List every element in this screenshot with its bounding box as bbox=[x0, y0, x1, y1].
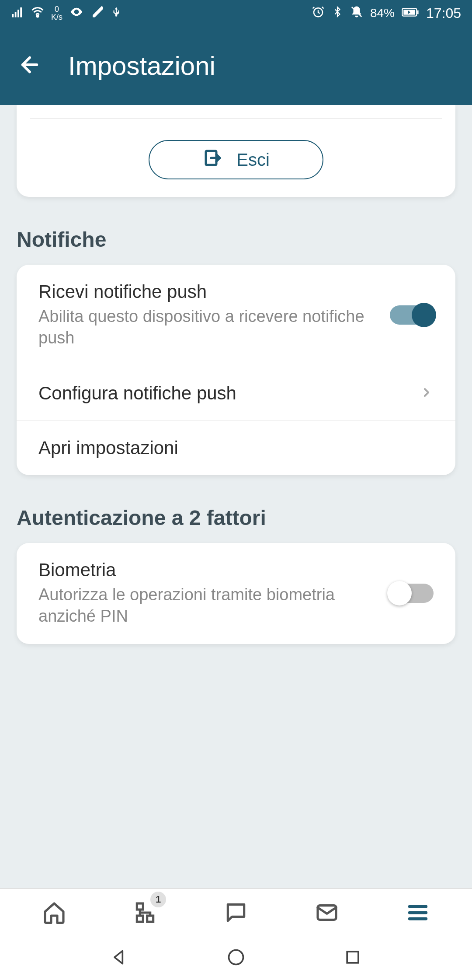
push-receive-switch[interactable] bbox=[390, 305, 434, 325]
clock-time: 17:05 bbox=[426, 5, 461, 21]
nav-mail[interactable] bbox=[309, 895, 344, 930]
bluetooth-icon bbox=[332, 6, 343, 21]
push-receive-title: Ricevi notifiche push bbox=[38, 281, 377, 302]
svg-rect-12 bbox=[137, 903, 143, 910]
eye-icon bbox=[69, 5, 83, 22]
battery-percent: 84% bbox=[370, 6, 395, 20]
sys-home[interactable] bbox=[226, 948, 246, 969]
feather-icon bbox=[90, 5, 104, 21]
nav-tree-badge: 1 bbox=[150, 892, 166, 907]
signal-icon bbox=[11, 5, 24, 21]
svg-point-19 bbox=[229, 950, 243, 965]
app-bar: Impostazioni bbox=[0, 26, 472, 105]
biometry-title: Biometria bbox=[38, 560, 377, 581]
open-settings-title: Apri impostazioni bbox=[38, 438, 420, 458]
svg-rect-20 bbox=[347, 952, 358, 963]
svg-rect-0 bbox=[12, 14, 14, 18]
network-speed-value: 0 bbox=[55, 5, 59, 13]
bottom-nav: 1 bbox=[0, 888, 472, 936]
section-notifications-title: Notifiche bbox=[17, 228, 455, 252]
row-push-config[interactable]: Configura notifiche push bbox=[17, 366, 455, 421]
mute-icon bbox=[350, 5, 363, 21]
logout-button[interactable]: Esci bbox=[149, 140, 323, 179]
usb-icon bbox=[111, 6, 122, 21]
svg-rect-3 bbox=[20, 7, 22, 18]
system-nav bbox=[0, 936, 472, 980]
network-speed: 0 K/s bbox=[51, 5, 62, 21]
battery-icon bbox=[402, 6, 419, 20]
row-biometry[interactable]: Biometria Autorizza le operazioni tramit… bbox=[17, 543, 455, 644]
row-push-receive[interactable]: Ricevi notifiche push Abilita questo dis… bbox=[17, 265, 455, 366]
svg-rect-14 bbox=[137, 916, 143, 922]
wifi-icon bbox=[31, 5, 44, 21]
chevron-right-icon bbox=[420, 385, 434, 401]
biometry-subtitle: Autorizza le operazioni tramite biometri… bbox=[38, 584, 377, 627]
push-config-title: Configura notifiche push bbox=[38, 383, 406, 404]
nav-chat[interactable] bbox=[219, 895, 253, 930]
nav-home[interactable] bbox=[37, 895, 72, 930]
back-button[interactable] bbox=[17, 52, 42, 79]
two-factor-card: Biometria Autorizza le operazioni tramit… bbox=[17, 543, 455, 644]
content-area: Esci Notifiche Ricevi notifiche push Abi… bbox=[0, 105, 472, 888]
svg-rect-8 bbox=[417, 10, 419, 14]
svg-point-4 bbox=[37, 15, 38, 17]
account-card: Esci bbox=[17, 105, 455, 197]
svg-rect-2 bbox=[17, 10, 19, 18]
page-title: Impostazioni bbox=[68, 51, 215, 81]
logout-label: Esci bbox=[236, 150, 270, 170]
nav-tree[interactable]: 1 bbox=[128, 895, 163, 930]
alarm-icon bbox=[312, 5, 325, 21]
svg-rect-13 bbox=[147, 916, 153, 922]
sys-recent[interactable] bbox=[343, 948, 362, 969]
status-bar: 0 K/s 84% 17:05 bbox=[0, 0, 472, 26]
push-receive-subtitle: Abilita questo dispositivo a ricevere no… bbox=[38, 306, 377, 349]
network-speed-unit: K/s bbox=[51, 13, 62, 21]
nav-menu[interactable] bbox=[400, 895, 435, 930]
notifications-card: Ricevi notifiche push Abilita questo dis… bbox=[17, 265, 455, 475]
row-open-settings[interactable]: Apri impostazioni bbox=[17, 421, 455, 475]
svg-rect-1 bbox=[15, 12, 17, 18]
exit-icon bbox=[202, 147, 223, 172]
sys-back[interactable] bbox=[110, 948, 129, 969]
section-2fa-title: Autenticazione a 2 fattori bbox=[17, 506, 455, 530]
biometry-switch[interactable] bbox=[390, 584, 434, 603]
